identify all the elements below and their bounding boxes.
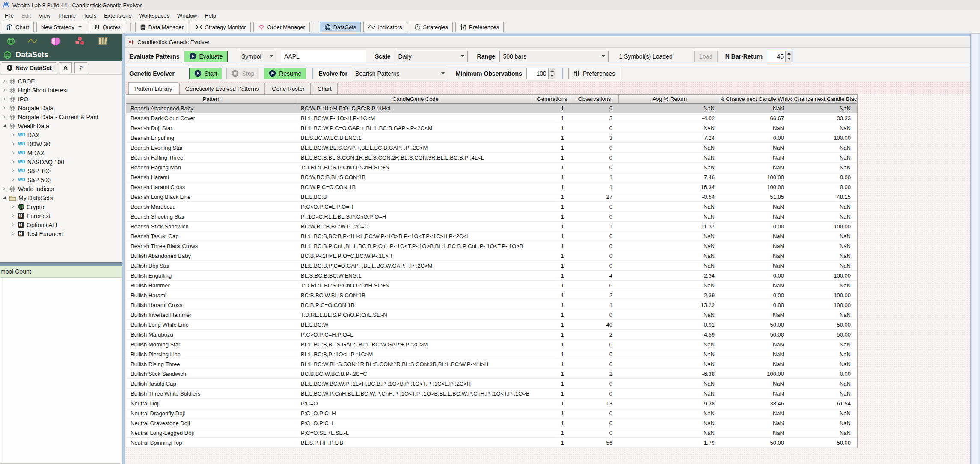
preferences-button[interactable]: Preferences [568,68,620,79]
tab-pattern-library[interactable]: Pattern Library [128,82,178,94]
expand-arrow-icon[interactable] [11,205,16,209]
table-row[interactable]: Bullish Doji StarBL:L.BC:B,P:C=O.GAP:-,B… [126,261,857,271]
load-button[interactable]: Load [694,51,718,62]
menu-view[interactable]: View [35,11,54,21]
table-row[interactable]: Neutral Spinning TopBL:S.P:HfT.P:LfB1561… [126,438,857,448]
tree-item-euronext[interactable]: Euronext [0,211,122,220]
table-row[interactable]: Bullish EngulfingBL:S.BC:B,BC:W.ENG:1142… [126,271,857,281]
table-row[interactable]: Bearish Dark Cloud CoverBL:L.BC:W,P-:1O>… [126,113,857,123]
spin-down-icon[interactable] [786,56,793,62]
tree-item-high-short-interest[interactable]: High Short Interest [0,86,122,95]
column-header-observations[interactable]: Observations [570,95,619,103]
column-header-avg-return[interactable]: Avg % Return [619,95,721,103]
books-icon[interactable] [98,36,108,46]
symbol-mode-dropdown[interactable]: Symbol [238,51,276,62]
table-row[interactable]: Neutral Gravestone DojiP:C=O.P:C=L10NaNN… [126,418,857,428]
evolve-for-dropdown[interactable]: Bearish Patterns [352,68,448,79]
table-row[interactable]: Bearish Tasuki GapBL:L.BC:B,BC:B.P-:1H<L… [126,231,857,241]
tree-item-dax[interactable]: WDDAX [0,130,122,139]
tab-genetically-evolved-patterns[interactable]: Genetically Evolved Patterns [179,83,265,94]
column-header-pattern[interactable]: Pattern [126,95,297,103]
new-strategy-button[interactable]: New Strategy [36,22,86,32]
order-manager-button[interactable]: Order Manager [253,22,310,32]
expand-arrow-icon[interactable] [2,187,7,191]
table-row[interactable]: Bearish Evening StarBL:L.BC:W,BL:S.GAP:+… [126,143,857,153]
table-row[interactable]: Neutral Long-Legged DojiP:C=O.SL:+L.SL:-… [126,428,857,438]
tree-item-norgate-data-current-past[interactable]: Norgate Data - Current & Past [0,112,122,121]
spinner-arrows[interactable] [785,51,793,62]
brain-icon[interactable] [50,36,61,46]
table-row[interactable]: Bearish Harami CrossBC:W,P:C=O.CON:1B111… [126,182,857,192]
expand-arrow-icon[interactable] [2,115,7,119]
table-row[interactable]: Bearish Falling ThreeBL:L.BC:B,BL:S.CON:… [126,153,857,163]
spin-down-icon[interactable] [549,74,556,79]
minimum-observations-spinner[interactable]: 100 [526,68,556,79]
table-row[interactable]: Bullish Rising ThreeBL:L.BC:W,BL:S.CON:1… [126,359,857,369]
table-row[interactable]: Bullish Abandoned BabyBC:B,P-:1H<L.P:O=C… [126,251,857,261]
column-header--chance-next-candle-white[interactable]: % Chance next Candle White [721,95,790,103]
main-splitter[interactable] [122,34,125,464]
table-row[interactable]: Bearish Stick SandwichBC:W,BC:B,BC:W.P-:… [126,222,857,231]
table-row[interactable]: Bullish HaramiBC:B,BC:W.BL:S.CON:1B122.3… [126,290,857,300]
spinner-arrows[interactable] [548,68,556,79]
help-button[interactable]: ? [74,62,87,73]
indicators-button[interactable]: Indicators [363,22,407,32]
table-row[interactable]: Bullish MarubozuP:C>O.P:C=H.P:O=L12-4.59… [126,330,857,340]
strategy-monitor-button[interactable]: Strategy Monitor [191,22,250,32]
new-dataset-button[interactable]: New DataSet [2,62,56,73]
table-row[interactable]: Bullish Long White LineBL:L.BC:W140-0.91… [126,320,857,330]
resume-button[interactable]: Resume [264,68,306,79]
menu-help[interactable]: Help [201,11,220,21]
tree-item-wealthdata[interactable]: WealthData [0,121,122,130]
data-manager-button[interactable]: Data Manager [135,22,188,32]
menu-file[interactable]: File [1,11,18,21]
spin-up-icon[interactable] [549,68,556,74]
menu-tools[interactable]: Tools [80,11,100,21]
table-row[interactable]: Bearish Doji StarBL:L.BC:W,P:C=O.GAP:+,B… [126,123,857,133]
chart-button[interactable]: Chart [2,22,34,32]
stop-button[interactable]: Stop [226,68,259,79]
table-row[interactable]: Bearish Three Black CrowsBL:L.BC:B.P:CnL… [126,241,857,251]
tree-item-norgate-data[interactable]: Norgate Data [0,103,122,112]
tree-item-crypto[interactable]: Crypto [0,202,122,211]
table-row[interactable]: Bearish Abandoned BabyBC:W,P-:1L>H.P:O=C… [126,103,857,113]
table-row[interactable]: Bearish MarubozuP:C<O.P:C=L.P:O=H10NaNNa… [126,202,857,212]
document-tab[interactable]: Candlestick Genetic Evolver [125,36,970,48]
collapse-all-button[interactable] [59,62,72,73]
strategies-button[interactable]: Strategies [410,22,453,32]
tree-item-nasdaq-100[interactable]: WDNASDAQ 100 [0,157,122,166]
collapse-arrow-icon[interactable] [2,124,7,128]
tree-item-s-p-100[interactable]: WDS&P 100 [0,166,122,175]
sidebar-splitter[interactable] [0,262,122,266]
spin-up-icon[interactable] [786,51,793,56]
tree-item-mdax[interactable]: WDMDAX [0,148,122,157]
evaluate-button[interactable]: Evaluate [184,51,228,62]
tree-item-s-p-500[interactable]: WDS&P 500 [0,175,122,184]
blocks-icon[interactable] [74,36,85,46]
menu-theme[interactable]: Theme [54,11,79,21]
table-row[interactable]: Bearish Shooting StarP-:1O>C.RL:L.BL:S.P… [126,212,857,222]
symbol-input[interactable]: AAPL [281,51,366,62]
table-row[interactable]: Bullish Inverted HammerT:D.RL:L.BL:S.P:C… [126,310,857,320]
table-row[interactable]: Bullish Harami CrossBC:B,P:C=O.CON:1B111… [126,300,857,310]
column-header--chance-next-candle-black[interactable]: % Chance next Candle Black [790,95,857,103]
scale-dropdown[interactable]: Daily [395,51,468,62]
expand-arrow-icon[interactable] [11,151,16,155]
expand-arrow-icon[interactable] [2,106,7,110]
column-header-candlegene-code[interactable]: CandleGene Code [297,95,534,103]
vertical-scrollbar[interactable] [970,34,980,464]
expand-arrow-icon[interactable] [11,223,16,227]
expand-arrow-icon[interactable] [2,79,7,83]
expand-arrow-icon[interactable] [2,88,7,92]
start-button[interactable]: Start [189,68,223,79]
menu-workspaces[interactable]: Workspaces [135,11,173,21]
column-header-generations[interactable]: Generations [534,95,570,103]
tree-item-my-datasets[interactable]: My DataSets [0,193,122,202]
table-row[interactable]: Bearish Haging ManT:U.RL:L.BL:S.P:CnO.P:… [126,163,857,172]
table-row[interactable]: Neutral DojiP:C=O1139.3838.4661.54 [126,399,857,408]
globe-icon[interactable] [7,37,15,45]
table-row[interactable]: Bullish Morning StarBL:L.BC:B,BL:S.GAP:-… [126,340,857,349]
expand-arrow-icon[interactable] [11,133,16,137]
preferences-button[interactable]: Preferences [455,22,504,32]
table-row[interactable]: Bullish HammerT:D.RL:L.BL:S.P:CnO.P:CnH.… [126,281,857,290]
